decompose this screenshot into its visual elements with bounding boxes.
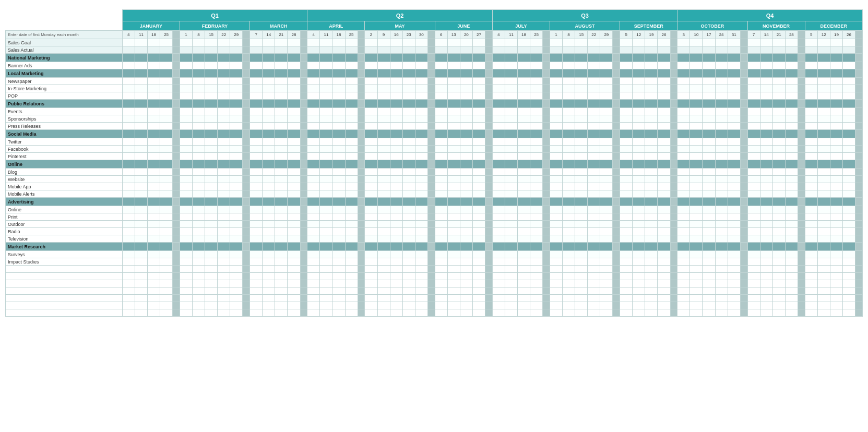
data-cell[interactable] — [390, 92, 402, 100]
data-cell[interactable] — [550, 221, 562, 228]
data-cell[interactable] — [160, 85, 173, 92]
data-cell[interactable] — [122, 92, 135, 100]
sales-cell[interactable] — [250, 39, 263, 46]
day-number[interactable]: 10 — [690, 31, 703, 39]
data-cell[interactable] — [588, 92, 600, 100]
data-cell[interactable] — [230, 190, 243, 198]
data-cell[interactable] — [588, 258, 600, 266]
data-cell[interactable] — [288, 78, 300, 85]
data-cell[interactable] — [703, 235, 715, 243]
data-cell[interactable] — [728, 138, 740, 146]
data-cell[interactable] — [205, 235, 218, 243]
data-cell[interactable] — [147, 108, 160, 115]
data-cell[interactable] — [530, 153, 543, 160]
data-cell[interactable] — [307, 258, 320, 266]
data-cell[interactable] — [472, 251, 485, 258]
sales-cell[interactable] — [402, 46, 415, 54]
data-cell[interactable] — [645, 258, 658, 266]
sales-cell[interactable] — [747, 39, 760, 46]
data-cell[interactable] — [275, 183, 288, 190]
sales-cell[interactable] — [830, 46, 842, 54]
data-cell[interactable] — [830, 108, 842, 115]
data-cell[interactable] — [563, 169, 575, 176]
data-cell[interactable] — [147, 190, 160, 198]
data-cell[interactable] — [842, 190, 855, 198]
data-cell[interactable] — [645, 108, 658, 115]
data-cell[interactable] — [230, 228, 243, 235]
data-cell[interactable] — [492, 62, 505, 69]
data-cell[interactable] — [288, 115, 300, 123]
data-cell[interactable] — [415, 92, 427, 100]
data-cell[interactable] — [377, 190, 390, 198]
day-number[interactable]: 21 — [275, 31, 288, 39]
data-cell[interactable] — [435, 85, 447, 92]
data-cell[interactable] — [715, 108, 728, 115]
data-cell[interactable] — [390, 123, 402, 130]
data-cell[interactable] — [728, 190, 740, 198]
data-cell[interactable] — [218, 92, 230, 100]
sales-cell[interactable] — [703, 46, 715, 54]
data-cell[interactable] — [263, 221, 275, 228]
data-cell[interactable] — [620, 138, 633, 146]
data-cell[interactable] — [435, 169, 447, 176]
data-cell[interactable] — [135, 176, 147, 183]
data-cell[interactable] — [218, 78, 230, 85]
data-cell[interactable] — [492, 115, 505, 123]
data-cell[interactable] — [122, 221, 135, 228]
data-cell[interactable] — [517, 62, 530, 69]
data-cell[interactable] — [377, 153, 390, 160]
data-cell[interactable] — [192, 176, 205, 183]
data-cell[interactable] — [135, 123, 147, 130]
data-cell[interactable] — [365, 169, 377, 176]
data-cell[interactable] — [633, 115, 645, 123]
data-cell[interactable] — [447, 146, 460, 153]
data-cell[interactable] — [830, 169, 842, 176]
data-cell[interactable] — [332, 221, 345, 228]
data-cell[interactable] — [345, 251, 358, 258]
data-cell[interactable] — [377, 221, 390, 228]
data-cell[interactable] — [505, 183, 517, 190]
data-cell[interactable] — [703, 85, 715, 92]
data-cell[interactable] — [250, 221, 263, 228]
day-number[interactable]: 13 — [447, 31, 460, 39]
data-cell[interactable] — [275, 228, 288, 235]
data-cell[interactable] — [505, 169, 517, 176]
data-cell[interactable] — [817, 235, 830, 243]
data-cell[interactable] — [715, 92, 728, 100]
data-cell[interactable] — [645, 115, 658, 123]
sales-cell[interactable] — [658, 46, 670, 54]
data-cell[interactable] — [365, 123, 377, 130]
sales-cell[interactable] — [263, 46, 275, 54]
data-cell[interactable] — [805, 169, 817, 176]
data-cell[interactable] — [365, 206, 377, 213]
data-cell[interactable] — [677, 123, 690, 130]
data-cell[interactable] — [830, 115, 842, 123]
data-cell[interactable] — [772, 108, 785, 115]
data-cell[interactable] — [263, 108, 275, 115]
data-cell[interactable] — [645, 138, 658, 146]
data-cell[interactable] — [600, 183, 613, 190]
data-cell[interactable] — [160, 235, 173, 243]
data-cell[interactable] — [517, 138, 530, 146]
data-cell[interactable] — [677, 235, 690, 243]
data-cell[interactable] — [135, 169, 147, 176]
data-cell[interactable] — [447, 251, 460, 258]
data-cell[interactable] — [760, 206, 772, 213]
data-cell[interactable] — [563, 62, 575, 69]
data-cell[interactable] — [263, 92, 275, 100]
data-cell[interactable] — [345, 153, 358, 160]
data-cell[interactable] — [620, 235, 633, 243]
data-cell[interactable] — [830, 221, 842, 228]
data-cell[interactable] — [715, 251, 728, 258]
data-cell[interactable] — [658, 62, 670, 69]
data-cell[interactable] — [772, 78, 785, 85]
data-cell[interactable] — [320, 235, 332, 243]
data-cell[interactable] — [320, 85, 332, 92]
data-cell[interactable] — [307, 115, 320, 123]
data-cell[interactable] — [772, 235, 785, 243]
data-cell[interactable] — [332, 213, 345, 221]
data-cell[interactable] — [550, 251, 562, 258]
data-cell[interactable] — [760, 228, 772, 235]
data-cell[interactable] — [135, 206, 147, 213]
data-cell[interactable] — [550, 183, 562, 190]
